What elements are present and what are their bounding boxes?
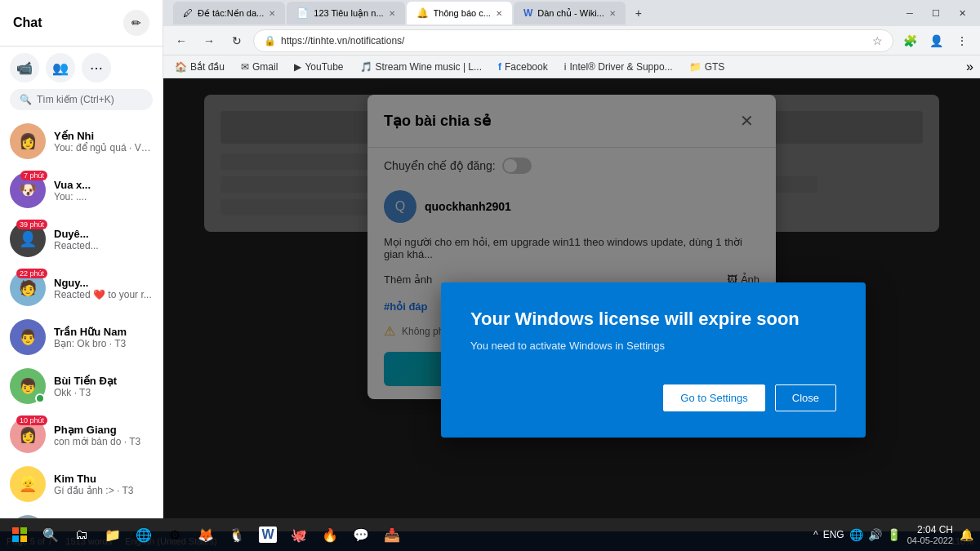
license-dialog: Your Windows license will expire soon Yo… xyxy=(441,282,866,438)
lock-icon: 🔒 xyxy=(264,35,276,47)
language-indicator[interactable]: ENG xyxy=(823,529,844,540)
settings-btn[interactable]: ⚙ xyxy=(162,522,188,548)
people-btn[interactable]: 👥 xyxy=(46,53,75,82)
browser-titlebar: 🖊 Đề tác:Nền da... ✕ 📄 123 Tiêu luận n..… xyxy=(163,0,980,26)
show-hidden-icons-btn[interactable]: ^ xyxy=(813,529,818,540)
forward-btn[interactable]: → xyxy=(198,29,220,52)
bookmark-youtube[interactable]: ▶ YouTube xyxy=(289,60,348,74)
start-button[interactable] xyxy=(7,522,33,548)
bookmark-intel[interactable]: i Intel® Driver & Suppo... xyxy=(559,60,678,74)
bookmark-star-icon[interactable]: ☆ xyxy=(872,34,883,47)
edge-btn[interactable]: 🌐 xyxy=(131,522,157,548)
chat-info: Bùi Tiến Đạt Okk · T3 xyxy=(54,375,153,398)
messenger-header-icons: ✏ xyxy=(123,10,149,36)
browser-tab[interactable]: 📄 123 Tiêu luận n... ✕ xyxy=(287,2,404,24)
bookmark-batdau[interactable]: 🏠 Bắt đầu xyxy=(170,60,229,74)
close-license-btn[interactable]: Close xyxy=(775,384,836,411)
taskbar-search-btn[interactable]: 🔍 xyxy=(38,522,64,548)
chat-preview: You: .... xyxy=(54,191,153,202)
bookmark-label: Gmail xyxy=(252,61,278,73)
clock[interactable]: 2:04 CH 04-05-2022 xyxy=(907,524,953,545)
chat-name: Bùi Tiến Đạt xyxy=(54,375,153,387)
toolbar-actions: 🧩 👤 ⋮ xyxy=(898,29,973,52)
more-btn[interactable]: ⋯ xyxy=(82,53,111,82)
battery-icon[interactable]: 🔋 xyxy=(887,528,901,541)
messenger-actions: 📹 👥 ⋯ xyxy=(0,47,163,89)
tab-favicon: 🖊 xyxy=(183,7,193,19)
browser-maximize-btn[interactable]: ☐ xyxy=(924,5,947,21)
bookmark-gts[interactable]: 📁 GTS xyxy=(684,60,730,74)
go-to-settings-btn[interactable]: Go to Settings xyxy=(663,384,764,411)
svg-rect-2 xyxy=(12,535,19,542)
bookmark-stream[interactable]: 🎵 Stream Wine music | L... xyxy=(355,60,487,74)
bookmarks-bar: 🏠 Bắt đầu ✉ Gmail ▶ YouTube 🎵 Stream Win… xyxy=(163,56,980,78)
profile-btn[interactable]: 👤 xyxy=(924,29,947,52)
volume-icon[interactable]: 🔊 xyxy=(868,528,882,541)
firefox-btn[interactable]: 🦊 xyxy=(193,522,219,548)
bookmarks-more-btn[interactable]: » xyxy=(966,60,973,74)
extensions-btn[interactable]: 🧩 xyxy=(898,29,921,52)
messenger-taskbar-icon: 💬 xyxy=(353,527,369,543)
bookmark-icon: i xyxy=(564,61,567,73)
list-item[interactable]: 👨 Trần Hữu Nam Bạn: Ok bro · T3 xyxy=(0,313,163,362)
app10-btn[interactable]: 🔥 xyxy=(317,522,343,548)
svg-rect-3 xyxy=(20,535,27,542)
avatar: 👩 xyxy=(10,123,46,159)
avatar-wrap: 👦 xyxy=(10,368,46,404)
list-item[interactable]: 👦 Bùi Tiến Đạt Okk · T3 xyxy=(0,362,163,411)
word-taskbar-btn[interactable]: W xyxy=(255,522,281,548)
browser-close-btn[interactable]: ✕ xyxy=(951,5,973,21)
chat-preview: Bạn: Ok bro · T3 xyxy=(54,338,153,349)
license-dialog-subtitle: You need to activate Windows in Settings xyxy=(470,340,836,352)
bookmark-icon: ✉ xyxy=(241,61,249,73)
taskbar: 🔍 🗂 📁 🌐 ⚙ 🦊 🐧 W 🐙 xyxy=(0,518,980,551)
menu-btn[interactable]: ⋮ xyxy=(951,29,973,52)
list-item[interactable]: 👧 Phương Anh... xyxy=(0,509,163,518)
bookmark-gmail[interactable]: ✉ Gmail xyxy=(236,60,283,74)
list-item[interactable]: 👩 10 phút Phạm Giang con mới bán do · T3 xyxy=(0,411,163,460)
app9-btn[interactable]: 🐙 xyxy=(286,522,312,548)
notification-center-btn[interactable]: 🔔 xyxy=(960,528,973,541)
tab-close-btn[interactable]: ✕ xyxy=(389,9,395,18)
bookmark-icon: 🎵 xyxy=(360,61,372,73)
tab-close-btn[interactable]: ✕ xyxy=(269,9,275,18)
browser-tab[interactable]: W Dàn chủ - Wiki... ✕ xyxy=(514,2,626,24)
windows-logo-icon xyxy=(12,527,27,542)
list-item[interactable]: 🧑 22 phút Nguy... Reacted ❤️ to your r..… xyxy=(0,264,163,313)
new-tab-button[interactable]: + xyxy=(627,2,650,24)
task-view-btn[interactable]: 🗂 xyxy=(69,522,95,548)
list-item[interactable]: 👤 39 phút Duyê... Reacted... xyxy=(0,215,163,264)
unread-badge: 39 phút xyxy=(16,220,47,229)
tab-favicon: 🔔 xyxy=(416,7,429,19)
list-item[interactable]: 👱 Kim Thu Gí đầu ảnh :> · T3 xyxy=(0,460,163,509)
store-btn[interactable]: 📥 xyxy=(379,522,405,548)
bookmark-facebook[interactable]: f Facebook xyxy=(493,60,553,74)
tab-close-btn[interactable]: ✕ xyxy=(609,9,616,18)
network-icon[interactable]: 🌐 xyxy=(849,528,863,541)
app7-btn[interactable]: 🐧 xyxy=(224,522,250,548)
tab-title: Đề tác:Nền da... xyxy=(198,8,264,19)
browser-minimize-btn[interactable]: ─ xyxy=(898,5,921,21)
avatar-wrap: 🐶 7 phút xyxy=(10,172,46,208)
messenger-header: Chat ✏ xyxy=(0,0,163,47)
list-item[interactable]: 👩 Yến Nhi You: để ngủ quá · Vừ... xyxy=(0,117,163,166)
video-call-btn[interactable]: 📹 xyxy=(10,53,39,82)
back-btn[interactable]: ← xyxy=(170,29,193,52)
tab-title: 123 Tiêu luận n... xyxy=(314,8,383,19)
chat-name: Kim Thu xyxy=(54,473,153,485)
window-controls: ─ ☐ ✕ xyxy=(898,5,973,21)
app7-icon: 🐧 xyxy=(229,527,245,543)
address-bar[interactable]: 🔒 https://tinhte.vn/notifications/ ☆ xyxy=(253,29,893,52)
list-item[interactable]: 🐶 7 phút Vua x... You: .... xyxy=(0,166,163,215)
chat-name: Trần Hữu Nam xyxy=(54,326,153,338)
edge-icon: 🌐 xyxy=(136,527,152,543)
new-message-btn[interactable]: ✏ xyxy=(123,10,149,36)
messenger-search[interactable]: 🔍 Tìm kiếm (Ctrl+K) xyxy=(10,89,153,110)
browser-tab[interactable]: 🖊 Đề tác:Nền da... ✕ xyxy=(173,2,285,24)
refresh-btn[interactable]: ↻ xyxy=(225,29,248,52)
tab-favicon: 📄 xyxy=(296,7,309,19)
file-explorer-btn[interactable]: 📁 xyxy=(100,522,126,548)
browser-tab-active[interactable]: 🔔 Thông báo c... ✕ xyxy=(407,2,512,24)
messenger-taskbar-btn[interactable]: 💬 xyxy=(348,522,374,548)
tab-close-btn[interactable]: ✕ xyxy=(496,9,502,18)
